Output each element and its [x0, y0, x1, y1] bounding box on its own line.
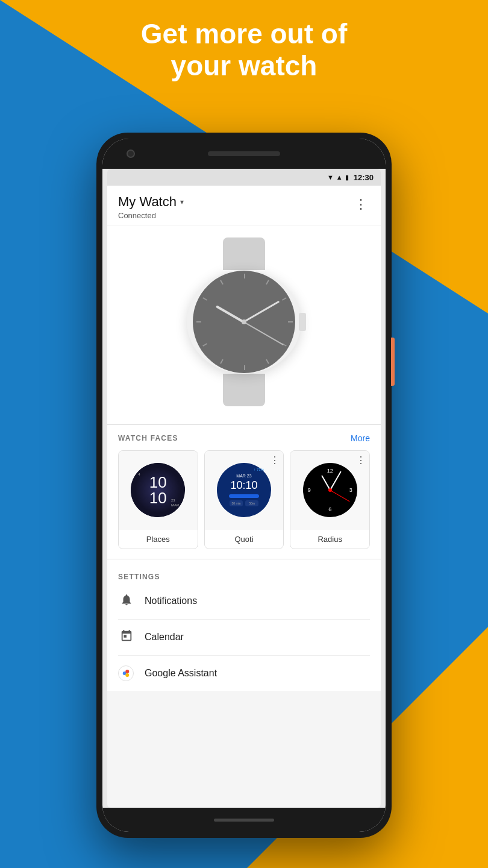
- minute-hand: [243, 301, 279, 323]
- phone-shell: ▼ ▲ ▮ 12:30 My Watch ▾: [96, 133, 392, 838]
- phone-bottom-bar: [102, 808, 386, 832]
- app-header-left: My Watch ▾ Connected: [118, 194, 184, 220]
- watch-face: [193, 271, 295, 373]
- settings-label-calendar: Calendar: [145, 632, 184, 643]
- quoti-percent: ↑ 71%: [254, 468, 264, 471]
- phone-top-bar: [102, 139, 386, 169]
- face-label-radius: Radius: [290, 530, 369, 549]
- divider-2: [107, 559, 381, 559]
- signal-icon: ▲: [336, 174, 343, 181]
- face-image-radius: ⋮ 12 3 6 9: [290, 451, 369, 530]
- phone-speaker: [208, 151, 280, 156]
- app-content: My Watch ▾ Connected ⋮: [107, 186, 381, 691]
- dropdown-arrow-icon[interactable]: ▾: [180, 198, 184, 206]
- face-image-places: 10 10 23MAR 4: [119, 451, 198, 530]
- face-label-places: Places: [119, 530, 198, 549]
- settings-label-google-assistant: Google Assistant: [145, 668, 217, 679]
- more-link[interactable]: More: [351, 433, 370, 443]
- quoti-date: MAR 23: [236, 474, 251, 478]
- radius-num-12: 12: [327, 468, 333, 474]
- settings-item-notifications[interactable]: Notifications: [118, 583, 370, 620]
- settings-item-google-assistant[interactable]: Google Assistant: [118, 656, 370, 691]
- face-image-quoti: ⋮ ↑ 71% MAR 23 10:10 30 min 50m: [205, 451, 284, 530]
- radius-num-6: 6: [328, 506, 331, 512]
- settings-item-calendar[interactable]: Calendar: [118, 620, 370, 656]
- quoti-bottom: 30 min 50m: [230, 500, 258, 506]
- status-bar: ▼ ▲ ▮ 12:30: [107, 169, 381, 186]
- section-title-settings: SETTINGS: [118, 573, 370, 581]
- section-title-faces: WATCH FACES: [118, 434, 178, 442]
- app-header: My Watch ▾ Connected ⋮: [107, 186, 381, 225]
- watch-band-bottom: [223, 374, 265, 406]
- face-label-quoti: Quoti: [205, 530, 284, 549]
- wifi-icon: ▼: [327, 174, 334, 181]
- watch-name: My Watch: [118, 194, 177, 210]
- clock-center-dot: [242, 319, 246, 324]
- phone-camera: [127, 149, 135, 158]
- header-text: Get more out of your watch: [0, 18, 488, 82]
- settings-section: SETTINGS Notifications: [107, 564, 381, 691]
- battery-icon: ▮: [345, 174, 349, 181]
- watch-band-top: [223, 237, 265, 270]
- face-card-quoti[interactable]: ⋮ ↑ 71% MAR 23 10:10 30 min 50m: [204, 450, 284, 549]
- header-line1: Get more out of: [0, 18, 488, 50]
- radius-num-3: 3: [349, 487, 352, 493]
- phone-inner: ▼ ▲ ▮ 12:30 My Watch ▾: [102, 139, 386, 832]
- quoti-time: 10:10: [230, 479, 257, 492]
- settings-list: Notifications Calendar: [118, 583, 370, 691]
- second-hand: [243, 321, 284, 345]
- watch-body: [178, 237, 310, 406]
- watch-case: [187, 270, 301, 374]
- faces-row: 10 10 23MAR 4 Places: [118, 450, 370, 559]
- phone-screen: ▼ ▲ ▮ 12:30 My Watch ▾: [107, 169, 381, 808]
- watch-faces-section: WATCH FACES More 10: [107, 425, 381, 559]
- quoti-bar: [229, 494, 259, 498]
- face-radius-visual: 12 3 6 9: [303, 463, 357, 517]
- svg-point-1: [125, 670, 129, 673]
- hour-hand: [215, 305, 243, 322]
- quoti-chip-1: 30 min: [230, 500, 243, 506]
- radius-center-dot: [328, 488, 332, 492]
- quoti-chip-2: 50m: [245, 500, 258, 506]
- quoti-more-icon[interactable]: ⋮: [270, 454, 280, 466]
- face-card-places[interactable]: 10 10 23MAR 4 Places: [118, 450, 198, 549]
- radius-num-9: 9: [308, 487, 311, 493]
- phone-side-button: [391, 338, 395, 386]
- face-card-radius[interactable]: ⋮ 12 3 6 9: [290, 450, 370, 549]
- calendar-icon: [118, 629, 135, 646]
- bell-icon: [118, 593, 135, 609]
- radius-more-icon[interactable]: ⋮: [356, 454, 366, 466]
- watch-preview: [107, 225, 381, 424]
- phone-home-bar: [214, 819, 274, 822]
- svg-point-2: [125, 673, 129, 677]
- status-time: 12:30: [354, 173, 374, 182]
- face-places-visual: 10 10 23MAR 4: [131, 463, 185, 517]
- status-icons: ▼ ▲ ▮ 12:30: [327, 173, 374, 182]
- watch-status: Connected: [118, 211, 184, 220]
- google-assistant-icon: [118, 665, 135, 681]
- radius-second-hand: [330, 490, 349, 502]
- radius-minute-hand: [330, 471, 341, 491]
- section-header-faces: WATCH FACES More: [118, 433, 370, 443]
- face-quoti-visual: ↑ 71% MAR 23 10:10 30 min 50m: [217, 463, 271, 517]
- watch-title-row[interactable]: My Watch ▾: [118, 194, 184, 210]
- header-line2: your watch: [0, 50, 488, 82]
- settings-label-notifications: Notifications: [145, 596, 197, 606]
- watch-crown-button: [299, 313, 306, 331]
- more-menu-button[interactable]: ⋮: [352, 194, 370, 215]
